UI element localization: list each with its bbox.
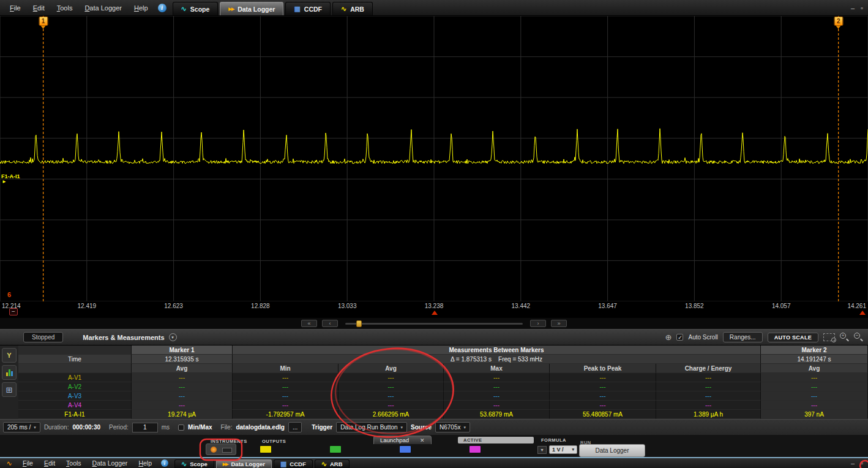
auto-scroll-checkbox[interactable]: ✓ [676,334,683,341]
x-tick-12.828: 12.828 [251,303,270,309]
launchpad-label: Launchpad [380,437,409,443]
active-indicator: ACTIVE [458,437,534,443]
tab-arb[interactable]: ∿ARB [315,459,350,468]
close-icon[interactable]: ✕ [420,437,425,443]
menu-tools[interactable]: Tools [51,4,79,12]
instrument-icon[interactable] [206,443,236,455]
tab-scope[interactable]: ∿Scope [174,459,214,468]
duration-value: 000:00:30 [72,424,100,431]
scroll-left-button[interactable]: ‹ [322,320,338,327]
measurement-value: --- [444,401,550,410]
column-header-avg: Avg [761,364,868,373]
menu-file[interactable]: File [17,459,39,467]
marker-flag-2[interactable]: 2 [834,17,843,26]
measurements-tool-button[interactable] [2,365,17,380]
measurement-value: --- [761,401,868,410]
timebase-value: 205 ms / [7,424,31,431]
x-tick-14.261: 14.261 [847,303,866,309]
x-tick-13.442: 13.442 [512,303,531,309]
maximize-button[interactable]: ▫ [861,4,863,12]
source-select[interactable]: N6705x▾ [435,422,470,432]
view-selector[interactable]: Markers & Measurements ▾ [83,333,176,341]
browse-button[interactable]: ... [288,422,302,432]
scroll-right-button[interactable]: › [530,320,546,327]
duration-label: Duration: [44,424,69,431]
tab-data-logger[interactable]: ▶▶Data Logger [216,459,272,468]
run-state-button[interactable]: Stopped [23,332,63,342]
auto-scale-button[interactable]: AUTO SCALE [768,333,818,342]
menu-edit[interactable]: Edit [27,4,51,12]
measurement-value: --- [132,401,233,410]
measurement-value: --- [656,391,761,401]
x-tick-13.033: 13.033 [338,303,357,309]
scroll-far-left-button[interactable]: « [301,320,317,327]
range-select[interactable]: 1 V /▾ [549,445,577,454]
scrollbar-track[interactable] [345,323,523,325]
sine-icon: ∿ [181,461,187,467]
markers-tool-button[interactable]: Y [2,348,17,363]
measurement-value: 53.6879 mA [444,410,550,419]
menu-label-first-letter: T [57,4,61,12]
measurement-value: --- [339,373,444,382]
left-toolbar: Y ⊞ [0,345,18,419]
tab-list: ∿Scope▶▶Data Logger▦CCDF∿ARB [173,0,375,15]
output-chip-4[interactable] [469,445,481,453]
menu-data-logger[interactable]: Data Logger [87,459,133,467]
measurement-value: --- [339,391,444,401]
scrollbar-handle[interactable] [356,320,362,327]
menu-edit[interactable]: Edit [39,459,61,467]
zoom-region-icon[interactable] [823,333,835,341]
signal-name-a-v2: A-V2 [18,382,132,391]
minimize-button[interactable]: – [851,459,855,467]
menu-label-first-letter: D [84,4,89,12]
grid-view-button[interactable]: ⊞ [2,382,17,397]
measurement-value: --- [444,373,550,382]
measurement-value: -1.792957 mA [233,410,339,419]
measurement-value: --- [233,401,339,410]
zoom-out-axis-button[interactable]: − [9,308,18,315]
menu-help[interactable]: Help [133,459,157,467]
marker-flag-1[interactable]: 1 [39,17,48,26]
zoom-in-icon[interactable]: + [840,333,849,342]
datalogger-run-button[interactable]: Data Logger [579,444,645,457]
output-chip-2[interactable] [329,445,342,453]
x-tick-12.419: 12.419 [78,303,97,309]
launchpad-tab[interactable]: Launchpad ✕ [373,436,432,444]
menu-label-first-letter: E [33,4,37,12]
menu-help[interactable]: Help [128,4,154,12]
output-chip-1[interactable] [260,445,272,453]
measurement-value: --- [444,391,550,401]
top-menubar: FileEditToolsData LoggerHelp i ∿Scope▶▶D… [0,0,868,16]
measurements-panel: Y ⊞ Marker 1Measurements Between Markers… [0,345,868,419]
scroll-far-right-button[interactable]: » [551,320,567,327]
tab-ccdf[interactable]: ▦CCDF [274,459,313,468]
info-icon[interactable]: i [161,459,168,467]
pan-center-icon[interactable]: ⊕ [665,333,672,342]
menu-data-logger[interactable]: Data Logger [78,4,128,12]
menu-tools[interactable]: Tools [61,459,87,467]
minmax-checkbox[interactable] [178,425,184,431]
menu-label-first-letter: D [92,459,97,467]
menu-file[interactable]: File [4,4,27,12]
trigger-position-indicator [432,311,438,315]
tab-arb[interactable]: ∿ARB [332,2,373,15]
trigger-value: Data Log Run Button [340,424,397,431]
channel-select-icon[interactable]: ▾ [537,446,547,454]
maximize-button[interactable]: ▫ [861,459,863,467]
timebase-select[interactable]: 205 ms /▾ [3,422,40,432]
trace-reference-arrow-icon: ► [2,179,7,184]
delta-freq-readout: Δ = 1.875313 s Freq = 533 mHz [233,355,761,364]
tab-label: Data Logger [231,461,265,467]
tab-scope[interactable]: ∿Scope [173,2,219,15]
tab-data-logger[interactable]: ▶▶Data Logger [220,2,283,15]
zoom-out-icon[interactable]: − [854,333,863,342]
period-input[interactable] [132,423,158,432]
minimize-button[interactable]: – [851,4,855,12]
waveform-plot[interactable] [0,16,868,301]
trigger-select[interactable]: Data Log Run Button▾ [336,422,407,432]
output-chip-3[interactable] [399,445,411,453]
tab-ccdf[interactable]: ▦CCDF [285,2,331,15]
ranges-button[interactable]: Ranges... [723,332,763,342]
signal-name-f1-a-i1: F1-A-I1 [18,410,132,419]
info-icon[interactable]: i [158,4,166,12]
